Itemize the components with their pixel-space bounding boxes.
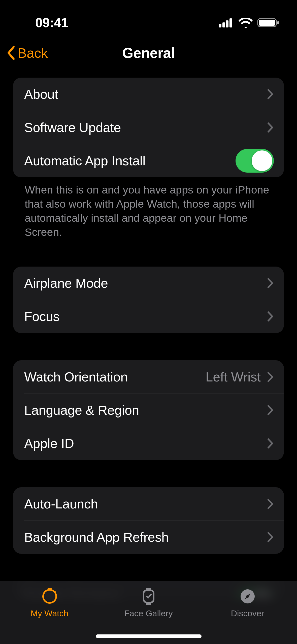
page-title: General: [122, 45, 175, 61]
tab-label: Face Gallery: [124, 608, 173, 618]
home-indicator[interactable]: [96, 634, 202, 638]
face-gallery-icon: [141, 587, 156, 605]
row-label: About: [24, 87, 58, 102]
wifi-icon: [239, 18, 253, 28]
svg-rect-7: [277, 21, 279, 24]
compass-icon: [240, 587, 256, 605]
status-bar: 09:41: [0, 0, 297, 35]
status-icons: [219, 18, 279, 28]
chevron-right-icon: [267, 532, 274, 542]
tab-label: Discover: [231, 608, 264, 618]
chevron-left-icon: [6, 45, 16, 60]
nav-bar: Back General: [0, 35, 297, 71]
chevron-right-icon: [267, 372, 274, 382]
settings-group-2: Airplane Mode Focus: [13, 267, 284, 333]
row-airplane-mode[interactable]: Airplane Mode: [13, 267, 284, 300]
tab-label: My Watch: [31, 608, 69, 618]
svg-rect-12: [146, 588, 151, 590]
battery-icon: [257, 18, 279, 28]
chevron-right-icon: [267, 278, 274, 288]
row-auto-launch[interactable]: Auto-Launch: [13, 487, 284, 521]
watch-icon: [41, 587, 59, 605]
svg-rect-6: [259, 20, 275, 26]
tab-my-watch[interactable]: My Watch: [1, 587, 98, 618]
toggle-knob: [252, 150, 272, 171]
row-label: Airplane Mode: [24, 276, 108, 291]
chevron-right-icon: [267, 122, 274, 133]
back-label: Back: [18, 45, 48, 61]
row-value: Left Wrist: [206, 369, 261, 384]
row-about[interactable]: About: [13, 78, 284, 111]
chevron-right-icon: [267, 311, 274, 322]
row-software-update[interactable]: Software Update: [13, 111, 284, 144]
group-1-footer: When this is on and you have apps on you…: [13, 183, 284, 239]
row-watch-orientation[interactable]: Watch Orientation Left Wrist: [13, 360, 284, 394]
row-label: Focus: [24, 309, 60, 324]
svg-point-8: [43, 590, 56, 603]
settings-group-1: About Software Update Automatic App Inst…: [13, 78, 284, 177]
svg-rect-3: [229, 18, 232, 27]
row-automatic-app-install: Automatic App Install: [13, 144, 284, 177]
svg-point-10: [54, 591, 56, 593]
row-label: Automatic App Install: [24, 153, 145, 168]
row-focus[interactable]: Focus: [13, 300, 284, 333]
row-label: Software Update: [24, 120, 121, 135]
content-area: About Software Update Automatic App Inst…: [0, 71, 297, 598]
back-button[interactable]: Back: [6, 45, 48, 61]
chevron-right-icon: [267, 438, 274, 449]
svg-rect-1: [222, 22, 225, 27]
svg-rect-9: [48, 588, 52, 590]
chevron-right-icon: [267, 499, 274, 509]
row-background-app-refresh[interactable]: Background App Refresh: [13, 521, 284, 554]
chevron-right-icon: [267, 89, 274, 100]
row-language-region[interactable]: Language & Region: [13, 394, 284, 427]
settings-group-3: Watch Orientation Left Wrist Language & …: [13, 360, 284, 460]
status-time: 09:41: [35, 15, 68, 30]
row-label: Watch Orientation: [24, 369, 128, 384]
row-label: Auto-Launch: [24, 496, 98, 511]
svg-rect-2: [226, 20, 228, 27]
tab-discover[interactable]: Discover: [199, 587, 296, 618]
chevron-right-icon: [267, 405, 274, 415]
row-label: Background App Refresh: [24, 530, 169, 545]
settings-group-4: Auto-Launch Background App Refresh: [13, 487, 284, 554]
row-label: Apple ID: [24, 436, 74, 451]
svg-rect-13: [146, 603, 151, 605]
cellular-signal-icon: [219, 18, 234, 27]
svg-rect-0: [219, 24, 221, 27]
toggle-automatic-app-install[interactable]: [236, 149, 274, 173]
tab-face-gallery[interactable]: Face Gallery: [100, 587, 197, 618]
row-label: Language & Region: [24, 403, 139, 418]
row-apple-id[interactable]: Apple ID: [13, 427, 284, 460]
